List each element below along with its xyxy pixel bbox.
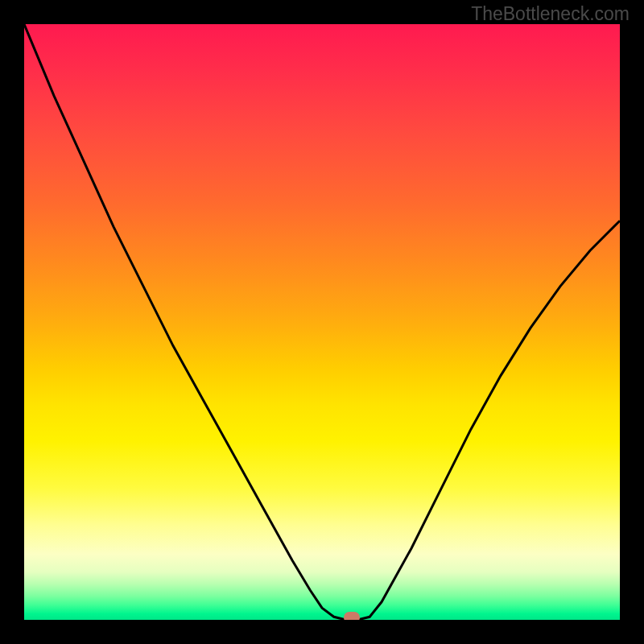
watermark-text: TheBottleneck.com [471,3,630,25]
optimal-point-marker [344,612,360,620]
chart-container: TheBottleneck.com [0,0,644,644]
bottleneck-curve [24,24,620,620]
plot-area [24,24,620,620]
curve-svg [24,24,620,620]
